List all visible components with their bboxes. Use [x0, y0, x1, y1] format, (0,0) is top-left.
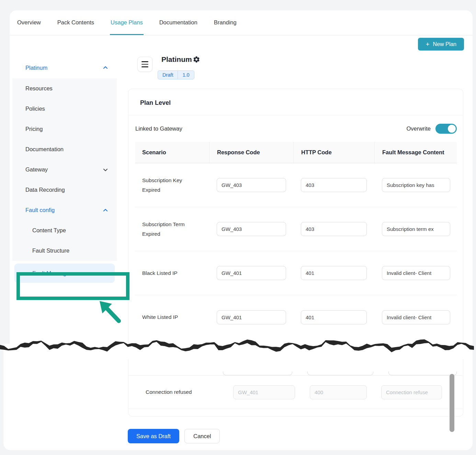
card-title: Plan Level: [128, 89, 463, 115]
tab-usage-plans[interactable]: Usage Plans: [110, 19, 144, 35]
sidebar-item-label: Fault Structure: [32, 247, 69, 254]
sidebar-item-label: Policies: [25, 106, 45, 112]
sidebar-item-label: Content Type: [32, 227, 66, 234]
overwrite-label: Overwrite: [406, 125, 431, 132]
scrollbar-thumb[interactable]: [450, 374, 454, 432]
chevron-up-icon: [103, 65, 108, 70]
status-badges: Draft 1.0: [158, 70, 194, 79]
table-header: Scenario Response Code HTTP Code Fault M…: [135, 142, 457, 163]
overwrite-toggle[interactable]: [435, 124, 457, 134]
sidebar-item-gateway[interactable]: Gateway: [12, 159, 117, 180]
sidebar-item-data-recording[interactable]: Data Recording: [12, 180, 117, 200]
tab-bar: Overview Pack Contents Usage Plans Docum…: [10, 10, 473, 35]
response-code-input[interactable]: [217, 222, 286, 236]
sidebar-item-resources[interactable]: Resources: [12, 78, 117, 99]
sidebar-plan-label: Platinum: [25, 65, 47, 71]
torn-edge-graphic: [0, 339, 476, 356]
sidebar-item-label: Documentation: [25, 146, 64, 153]
sidebar-item-pricing[interactable]: Pricing: [12, 119, 117, 139]
plan-level-card-continued: Connection refused: [128, 359, 463, 417]
sidebar-item-label: Data Recording: [25, 187, 65, 193]
toggle-knob: [448, 125, 456, 133]
sidebar-item-fault-message[interactable]: Fault Message: [14, 264, 115, 283]
chevron-up-icon: [103, 208, 108, 213]
sidebar-item-label: Fault Message: [32, 270, 69, 277]
scenario-label: White Listed IP: [135, 312, 209, 322]
tab-documentation[interactable]: Documentation: [159, 19, 198, 35]
tab-overview[interactable]: Overview: [16, 19, 42, 35]
sidebar-item-label: Pricing: [25, 126, 43, 132]
main-panel: Overview Pack Contents Usage Plans Docum…: [10, 10, 473, 345]
sidebar-item-policies[interactable]: Policies: [12, 99, 117, 119]
table-row: White Listed IP: [135, 295, 457, 339]
cut-input-fragment: [388, 371, 457, 375]
plan-title-text: Platinum: [161, 55, 192, 64]
plus-icon: +: [426, 41, 429, 47]
fault-message-table: Scenario Response Code HTTP Code Fault M…: [135, 142, 457, 339]
new-plan-button[interactable]: + New Plan: [418, 38, 464, 51]
scenario-label: Subscription Key Expired: [135, 176, 209, 194]
sidebar-item-content-type[interactable]: Content Type: [12, 220, 117, 241]
table-row: Connection refused: [128, 376, 463, 409]
sidebar-item-fault-message-row: Fault Message: [12, 261, 117, 286]
fault-message-input[interactable]: [382, 222, 450, 236]
table-row: Black Listed IP: [135, 251, 457, 295]
annotation-arrow: [92, 298, 130, 329]
new-plan-label: New Plan: [433, 41, 456, 47]
fault-message-input[interactable]: [382, 266, 450, 280]
sidebar-item-platinum[interactable]: Platinum: [12, 57, 117, 78]
fault-message-input[interactable]: [382, 178, 450, 192]
status-badge-draft: Draft: [158, 70, 178, 79]
version-badge: 1.0: [178, 70, 194, 79]
sidebar-body: Resources Policies Pricing Documentation…: [12, 78, 117, 261]
cut-input-fragment: [307, 371, 373, 375]
http-code-input[interactable]: [301, 310, 367, 324]
sidebar-item-label: Fault config: [25, 207, 55, 213]
plan-title: Platinum: [161, 55, 200, 64]
chevron-down-icon: [103, 167, 108, 172]
linked-to-gateway-label: Linked to Gateway: [135, 125, 182, 132]
cancel-button[interactable]: Cancel: [184, 429, 220, 443]
scenario-label: Connection refused: [128, 387, 230, 397]
linked-to-gateway-row: Linked to Gateway Overwrite: [128, 115, 463, 142]
scenario-label: Subscription Term Expired: [135, 220, 209, 238]
http-code-input[interactable]: [301, 222, 367, 236]
response-code-input[interactable]: [217, 310, 286, 324]
sidebar-item-documentation[interactable]: Documentation: [12, 139, 117, 159]
scenario-label: Black Listed IP: [135, 268, 209, 278]
table-row: Subscription Term Expired: [135, 207, 457, 251]
column-header-http-code: HTTP Code: [293, 142, 374, 163]
table-row: Subscription Key Expired: [135, 163, 457, 207]
column-header-response-code: Response Code: [209, 142, 293, 163]
column-header-scenario: Scenario: [135, 142, 209, 163]
save-as-draft-button[interactable]: Save as Draft: [128, 429, 179, 443]
column-header-fault-message: Fault Message Content: [374, 142, 451, 163]
response-code-input[interactable]: [217, 178, 286, 192]
sidebar: Platinum Resources Policies Pricing Docu…: [12, 57, 117, 286]
sidebar-item-label: Gateway: [25, 166, 48, 173]
http-code-input[interactable]: [301, 266, 367, 280]
cut-input-fragment: [223, 371, 292, 375]
plan-level-card: Plan Level Linked to Gateway Overwrite S…: [128, 89, 463, 345]
sidebar-item-fault-structure[interactable]: Fault Structure: [12, 241, 117, 261]
response-code-input[interactable]: [233, 385, 295, 399]
menu-toggle-button[interactable]: [137, 57, 152, 72]
sidebar-item-fault-config[interactable]: Fault config: [12, 200, 117, 220]
fault-message-input[interactable]: [381, 385, 442, 399]
http-code-input[interactable]: [301, 178, 367, 192]
fault-message-input[interactable]: [382, 310, 450, 324]
bottom-panel: Connection refused Save as Draft Cancel: [3, 344, 473, 450]
footer-actions: Save as Draft Cancel: [128, 429, 220, 443]
response-code-input[interactable]: [217, 266, 286, 280]
http-code-input[interactable]: [310, 385, 367, 399]
sidebar-item-label: Resources: [25, 85, 53, 92]
tab-branding[interactable]: Branding: [213, 19, 237, 35]
gear-icon[interactable]: [193, 56, 200, 63]
tab-pack-contents[interactable]: Pack Contents: [57, 19, 95, 35]
hamburger-icon: [141, 61, 148, 62]
